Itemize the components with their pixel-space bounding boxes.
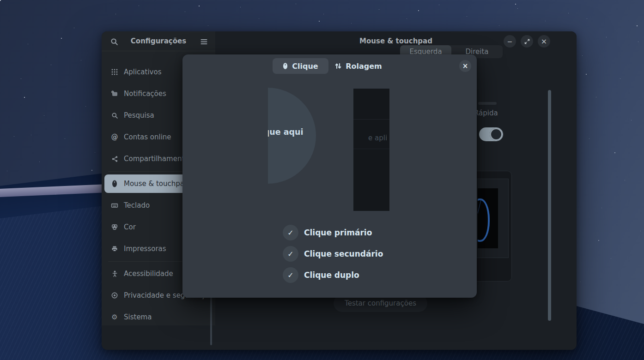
click-target-label: Clique aqui: [268, 127, 304, 137]
wallpaper-stars-bright: [0, 0, 1, 1]
tab-rolagem[interactable]: Rolagem: [334, 58, 383, 74]
sidebar-item-label: Cor: [124, 223, 136, 231]
illustration-frame: [474, 179, 509, 258]
sidebar-item-label: Mouse & touchpad: [124, 180, 188, 188]
printer-icon: [111, 245, 118, 252]
titlebar: Mouse & touchpad − ×: [215, 31, 577, 51]
sidebar-item-label: Acessibilidade: [124, 270, 173, 278]
desktop: Configurações Aplicativos ! Notificações…: [0, 0, 644, 360]
check-label: Clique primário: [304, 228, 372, 237]
online-accounts-icon: @: [111, 133, 118, 141]
artifact-line: [353, 119, 389, 120]
close-button[interactable]: ×: [538, 35, 550, 48]
artifact-partial-text: e apli: [368, 134, 387, 142]
sidebar-item-sistema[interactable]: ⚙ Sistema: [104, 308, 211, 325]
natural-scroll-toggle[interactable]: [479, 127, 503, 141]
close-icon: ×: [541, 37, 547, 46]
tab-label: Rolagem: [346, 62, 382, 71]
sidebar-item-label: Notificações: [124, 90, 166, 98]
illustration-canvas: [478, 188, 498, 248]
sidebar-item-label: Compartilhamento: [124, 155, 188, 163]
main-scrollbar[interactable]: [548, 90, 551, 321]
sidebar-item-label: Impressoras: [124, 245, 166, 253]
check-icon: ✓: [283, 246, 298, 262]
minimize-button[interactable]: −: [504, 35, 516, 48]
system-gear-icon: ⚙: [111, 313, 118, 321]
mouse-illustration-card: [471, 171, 512, 282]
accessibility-icon: [111, 270, 118, 277]
maximize-icon: [524, 39, 530, 44]
privacy-icon: [111, 292, 118, 299]
maximize-button[interactable]: [521, 35, 533, 48]
sidebar-item-label: Contas online: [124, 133, 171, 141]
search-icon: [111, 112, 118, 119]
notifications-icon: !: [111, 90, 118, 97]
dialog-close-button[interactable]: ×: [459, 60, 471, 72]
check-row-secondary: ✓ Clique secundário: [283, 246, 383, 262]
svg-text:!: !: [112, 91, 113, 93]
sidebar-item-label: Sistema: [124, 313, 152, 321]
tab-label: Clique: [292, 62, 318, 71]
close-icon: ×: [462, 62, 468, 70]
apps-grid-icon: [111, 68, 118, 76]
scroll-arrows-icon: [335, 62, 341, 70]
tab-clique[interactable]: Clique: [273, 58, 328, 74]
keyboard-icon: [111, 202, 118, 209]
artifact-line: [353, 149, 389, 149]
mouse-icon: [111, 180, 118, 187]
speed-value-label: Rápida: [474, 109, 498, 117]
mouse-icon: [283, 62, 288, 70]
mouse-outline-illustration: [478, 198, 490, 242]
window-controls: − ×: [504, 35, 550, 48]
check-icon: ✓: [283, 225, 298, 240]
sidebar-item-label: Aplicativos: [124, 68, 161, 76]
main-menu-icon[interactable]: [199, 36, 209, 47]
sidebar-item-label: Pesquisa: [124, 111, 154, 120]
check-row-primary: ✓ Clique primário: [283, 225, 372, 240]
sidebar-header: Configurações: [102, 31, 215, 51]
test-settings-dialog: Clique Rolagem × Clique aqui e apli ✓ Cl…: [182, 54, 477, 298]
sidebar-item-label: Teclado: [124, 201, 150, 210]
color-icon: [111, 223, 118, 231]
render-artifact-strip: e apli: [353, 89, 389, 211]
check-label: Clique secundário: [304, 249, 383, 258]
share-icon: [111, 155, 118, 162]
check-icon: ✓: [283, 267, 298, 283]
check-label: Clique duplo: [304, 270, 359, 280]
minimize-icon: −: [507, 38, 513, 45]
speed-slider-fragment: [478, 102, 497, 105]
check-row-double: ✓ Clique duplo: [283, 267, 359, 283]
toggle-knob: [490, 128, 503, 141]
click-test-target[interactable]: Clique aqui: [268, 88, 316, 184]
